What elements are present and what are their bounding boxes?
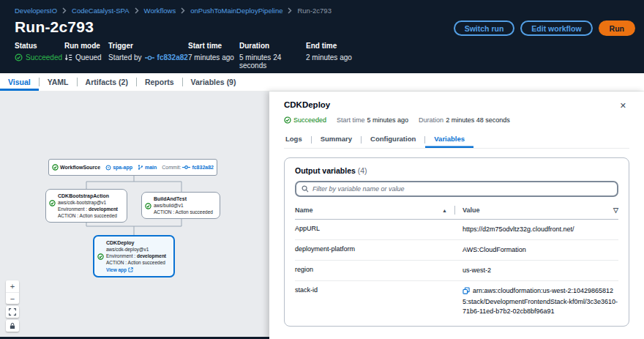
node-subtitle: aws/cdk-bootstrap@v1 [58,199,123,206]
output-variables-card: Output variables (4) Name ▲ Value ▽ [284,157,629,327]
edit-workflow-button[interactable]: Edit workflow [520,21,592,36]
breadcrumb-current: Run-2c793 [297,7,331,15]
panel-tab-logs[interactable]: Logs [284,131,311,148]
header-actions: Switch run Edit workflow Run [454,21,635,36]
node-subtitle: aws/build@v1 [154,202,216,209]
switch-run-button[interactable]: Switch run [454,21,515,36]
panel-tab-variables[interactable]: Variables [425,131,473,148]
canvas-zoom-toolbar: + − [6,280,19,332]
duration-value: 5 minutes 24 seconds [239,53,306,70]
start-time-label: Start time [188,42,239,50]
tab-variables[interactable]: Variables (9) [183,73,244,91]
view-app-link[interactable]: View app [106,267,133,273]
search-icon [302,185,309,193]
variable-name: deployment-platform [295,245,454,255]
tab-reports[interactable]: Reports [137,73,182,91]
tab-artifacts[interactable]: Artifacts (2) [78,73,136,91]
fit-screen-icon [9,308,16,316]
node-environment: Environment : development [58,206,123,212]
column-header-name[interactable]: Name [295,206,313,214]
chevron-right-icon [288,7,292,14]
meta-status: Status Succeeded [15,42,64,70]
column-header-value: Value [463,206,480,214]
chevron-right-icon [181,7,185,14]
filter-input[interactable] [312,185,612,193]
action-node-cdkdeploy[interactable]: CDKDeploy aws/cdk-deploy@v1 Environment … [93,235,175,277]
success-check-icon [284,116,291,124]
variable-name: stack-id [295,286,454,316]
panel-duration: Duration 2 minutes 48 seconds [419,116,510,124]
commit-icon [145,55,154,61]
run-button[interactable]: Run [599,21,635,36]
run-tabbar: Visual YAML Artifacts (2) Reports Variab… [0,73,644,92]
tab-yaml[interactable]: YAML [40,73,77,91]
meta-trigger: Trigger Started by fc832a82 [108,42,188,70]
end-time-label: End time [306,42,352,50]
zoom-in-button[interactable]: + [6,280,19,292]
success-check-icon [52,164,59,171]
source-title: WorkflowSource [60,165,100,170]
lock-icon [9,322,16,329]
meta-run-mode: Run mode Queued [64,42,108,70]
meta-duration: Duration 5 minutes 24 seconds [239,42,306,70]
table-header: Name ▲ Value ▽ [295,204,618,220]
zoom-out-button[interactable]: − [6,292,19,304]
workflow-source-node[interactable]: WorkflowSource spa-app main Commit: fc83… [48,159,217,176]
fit-view-button[interactable] [6,306,19,318]
status-label: Status [15,42,64,50]
repository-icon [105,165,111,171]
variable-value: https://d2m75odvltz32g.cloudfront.net/ [463,225,618,234]
node-title: BuildAndTest [154,195,216,202]
copy-icon [463,287,470,294]
action-details-panel: CDKDeploy ✕ Succeeded Start time 5 minut… [269,92,644,339]
copy-button[interactable] [463,287,470,297]
filter-column-icon[interactable]: ▽ [613,206,618,214]
start-time-value: 7 minutes ago [188,53,234,62]
branch-icon [138,164,143,171]
action-node-buildandtest[interactable]: BuildAndTest aws/build@v1 ACTION : Actio… [141,192,220,219]
commit-icon [182,165,190,170]
lock-button[interactable] [6,320,19,332]
breadcrumb-link-project[interactable]: CodeCatalyst-SPA [72,7,130,15]
sort-ascending-icon[interactable]: ▲ [442,208,447,213]
node-action-status: ACTION : Action succeeded [106,259,170,266]
panel-tab-summary[interactable]: Summary [312,131,361,148]
commit-label: Commit: [162,165,181,170]
panel-status-value: Succeeded [293,116,326,124]
breadcrumb-link-space[interactable]: DevelopersIO [15,7,57,15]
trigger-prefix: Started by [108,53,142,62]
source-repo-link[interactable]: spa-app [113,165,132,170]
node-action-status: ACTION : Action succeeded [154,209,216,215]
meta-start-time: Start time 7 minutes ago [188,42,239,70]
breadcrumb-link-workflows[interactable]: Workflows [144,7,176,15]
external-link-icon [128,267,133,272]
variables-table: Name ▲ Value ▽ AppURL https://d2m75odvlt… [295,204,618,321]
node-title: CDKBootstrapAction [58,193,123,199]
page-title: Run-2c793 [15,18,94,36]
source-branch-link[interactable]: main [145,165,157,170]
meta-end-time: End time 2 minutes ago [306,42,352,70]
run-mode-label: Run mode [64,42,108,50]
panel-status-row: Succeeded Start time 5 minutes ago Durat… [284,116,629,124]
trigger-commit-link[interactable]: fc832a82 [157,53,188,62]
table-row: AppURL https://d2m75odvltz32g.cloudfront… [295,220,618,240]
success-check-icon [15,53,23,62]
panel-tab-configuration[interactable]: Configuration [362,131,424,148]
variable-value: arn:aws:cloudformation:us-west-2:1042986… [463,286,618,316]
breadcrumb-link-pipeline[interactable]: onPushToMainDeployPipeline [190,7,282,15]
action-node-cdkbootstrap[interactable]: CDKBootstrapAction aws/cdk-bootstrap@v1 … [45,189,127,223]
success-check-icon [145,203,151,209]
panel-start-time: Start time 5 minutes ago [337,116,408,124]
node-action-status: ACTION : Action succeeded [58,212,123,219]
panel-title: CDKDeploy [284,100,330,109]
tab-visual[interactable]: Visual [0,73,39,91]
trigger-label: Trigger [108,42,188,50]
output-variables-title: Output variables (4) [295,166,618,175]
table-row: deployment-platform AWS:CloudFormation [295,240,618,261]
queued-icon [64,53,72,62]
breadcrumb: DevelopersIO CodeCatalyst-SPA Workflows … [15,7,332,15]
close-panel-button[interactable]: ✕ [617,100,629,111]
source-commit-link[interactable]: fc832a82 [192,165,214,170]
end-time-value: 2 minutes ago [306,53,352,62]
variable-value: AWS:CloudFormation [463,245,618,255]
